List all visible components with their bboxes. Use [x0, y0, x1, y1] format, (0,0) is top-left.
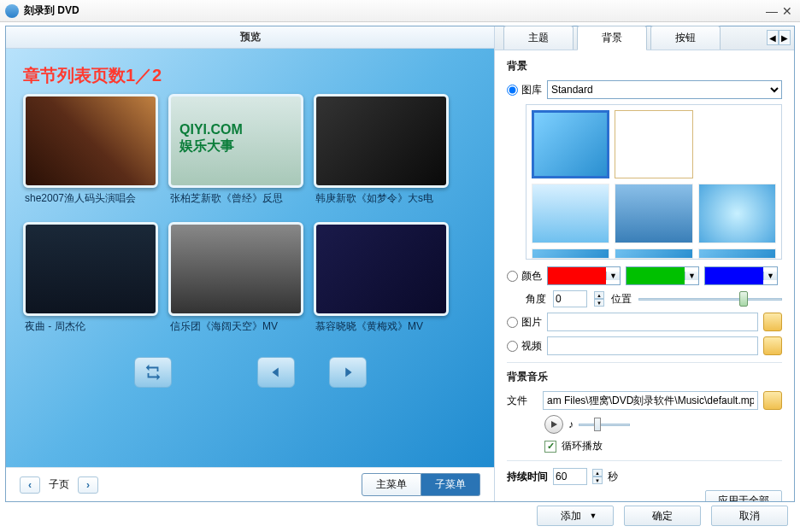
thumb-label: 信乐团《海阔天空》MV — [168, 316, 303, 345]
tab-theme[interactable]: 主题 — [503, 26, 574, 50]
music-file-label: 文件 — [507, 394, 538, 408]
thumb-label: she2007渔人码头演唱会 — [23, 188, 158, 217]
loop-checkbox[interactable]: ✓ — [544, 441, 556, 453]
prev-page-button[interactable] — [257, 357, 295, 388]
ok-button[interactable]: 确定 — [624, 506, 701, 526]
thumb-label: 夜曲 - 周杰伦 — [23, 316, 158, 345]
chapter-thumb[interactable] — [314, 222, 449, 316]
tab-scroll-right[interactable]: ▶ — [779, 30, 791, 45]
bg-thumb[interactable] — [615, 248, 692, 259]
chapter-thumb[interactable] — [23, 222, 158, 316]
thumb-label: 韩庚新歌《如梦令》大s电 — [314, 188, 449, 217]
next-page-button[interactable] — [329, 357, 367, 388]
tab-scroll-left[interactable]: ◀ — [767, 30, 779, 45]
lib-radio[interactable]: 图库 — [507, 83, 542, 97]
video-radio[interactable]: 视频 — [507, 339, 542, 354]
music-file-input[interactable] — [543, 391, 758, 410]
angle-label: 角度 — [526, 292, 546, 307]
chevron-down-icon: ▼ — [590, 512, 597, 520]
chapter-title: 章节列表页数1／2 — [23, 64, 477, 87]
bg-thumb-grid — [526, 104, 782, 260]
music-note-icon: ♪ — [568, 418, 574, 430]
lib-select[interactable]: Standard — [547, 80, 782, 99]
close-button[interactable]: ✕ — [779, 3, 795, 19]
chapter-thumb[interactable] — [23, 94, 158, 188]
duration-label: 持续时间 — [507, 470, 548, 484]
bg-thumb[interactable] — [532, 110, 609, 178]
tab-background[interactable]: 背景 — [577, 26, 647, 50]
loop-button[interactable] — [134, 357, 172, 388]
sub-menu-tab[interactable]: 子菜单 — [421, 473, 480, 496]
side-pane: 主题 背景 按钮 ◀ ▶ 背景 图库 Standard — [495, 26, 794, 501]
thumb-label: 慕容晓晓《黄梅戏》MV — [314, 316, 449, 345]
position-label: 位置 — [611, 292, 632, 307]
video-path-input[interactable] — [547, 336, 758, 355]
preview-header: 预览 — [6, 26, 494, 49]
subpage-next-button[interactable]: › — [78, 476, 98, 494]
music-browse-button[interactable] — [763, 391, 782, 410]
bg-thumb[interactable] — [532, 248, 609, 259]
tab-button[interactable]: 按钮 — [650, 26, 721, 50]
subpage-label: 子页 — [49, 477, 69, 492]
chapter-thumb[interactable] — [168, 222, 303, 316]
main-menu-tab[interactable]: 主菜单 — [362, 473, 421, 496]
cancel-button[interactable]: 取消 — [711, 506, 788, 526]
thumb-label: 张柏芝新歌《曾经》反思 — [168, 188, 303, 217]
window-title: 刻录到 DVD — [24, 3, 79, 18]
tabbar: 主题 背景 按钮 ◀ ▶ — [495, 26, 794, 50]
bg-thumb[interactable] — [532, 184, 609, 243]
chapter-thumb[interactable] — [168, 94, 303, 188]
color-select-1[interactable]: ▼ — [547, 266, 621, 285]
angle-input[interactable] — [553, 290, 587, 307]
angle-spinner[interactable]: ▲▼ — [594, 291, 604, 307]
color-radio[interactable]: 颜色 — [507, 269, 542, 284]
volume-slider[interactable] — [579, 416, 630, 433]
pic-radio[interactable]: 图片 — [507, 315, 542, 330]
bg-thumb[interactable] — [615, 110, 692, 178]
bottom-bar: 添加▼ 确定 取消 — [0, 502, 800, 529]
titlebar: 刻录到 DVD — ✕ — [0, 0, 800, 22]
pic-browse-button[interactable] — [763, 313, 782, 331]
preview-body: 章节列表页数1／2 she2007渔人码头演唱会 张柏芝新歌《曾经》反思 韩庚新… — [6, 49, 494, 467]
pic-path-input[interactable] — [547, 313, 758, 331]
bg-thumb[interactable] — [615, 184, 692, 243]
preview-footer: ‹ 子页 › 主菜单 子菜单 — [6, 467, 494, 501]
add-button[interactable]: 添加▼ — [537, 506, 614, 526]
color-select-2[interactable]: ▼ — [626, 266, 699, 285]
duration-input[interactable] — [553, 468, 587, 485]
music-section-title: 背景音乐 — [507, 370, 782, 384]
bg-thumb[interactable] — [698, 248, 776, 259]
loop-label: 循环播放 — [562, 439, 603, 453]
bg-section-title: 背景 — [507, 59, 782, 73]
subpage-prev-button[interactable]: ‹ — [20, 476, 40, 494]
color-select-3[interactable]: ▼ — [704, 266, 778, 285]
apply-all-button[interactable]: 应用于全部 — [705, 490, 782, 501]
play-button[interactable] — [544, 415, 563, 434]
chapter-thumb[interactable] — [314, 94, 449, 188]
app-icon — [5, 4, 19, 18]
minimize-button[interactable]: — — [764, 3, 779, 19]
position-slider[interactable] — [638, 290, 782, 307]
duration-unit: 秒 — [608, 470, 618, 484]
duration-spinner[interactable]: ▲▼ — [592, 469, 603, 484]
video-browse-button[interactable] — [763, 336, 782, 355]
bg-thumb[interactable] — [698, 184, 776, 243]
preview-pane: 预览 章节列表页数1／2 she2007渔人码头演唱会 张柏芝新歌《曾经》反思 … — [6, 26, 495, 501]
